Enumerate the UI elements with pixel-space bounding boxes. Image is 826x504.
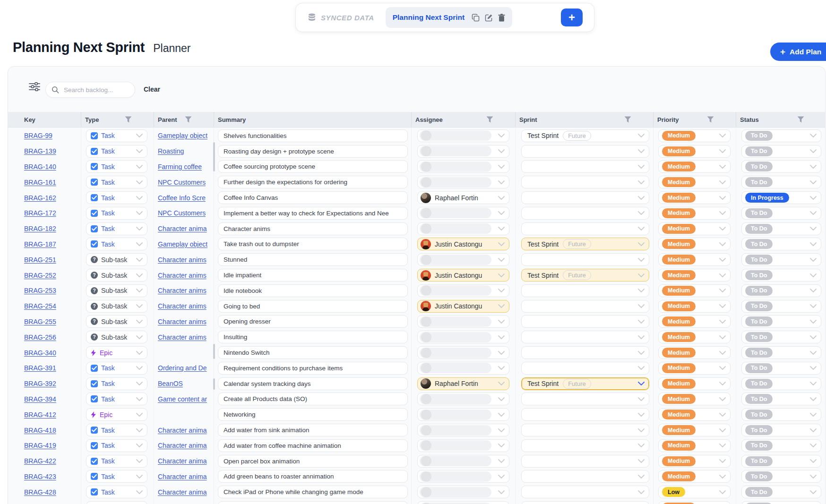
summary-input[interactable]	[218, 501, 408, 504]
search-box[interactable]	[45, 82, 135, 98]
summary-input[interactable]: Idle notebook	[218, 284, 408, 297]
assignee-select[interactable]	[417, 176, 509, 188]
summary-input[interactable]: Coffee Info Canvas	[218, 191, 408, 204]
summary-input[interactable]: Shelves functionalities	[218, 129, 408, 142]
sprint-select[interactable]	[521, 346, 649, 359]
sprint-select[interactable]: Test SprintFuture	[521, 129, 649, 142]
issue-key-link[interactable]: BRAG-423	[24, 473, 56, 480]
parent-link[interactable]: Character anims	[158, 256, 206, 264]
priority-select[interactable]: Medium	[658, 439, 731, 452]
type-select[interactable]: ?Sub-task	[86, 315, 147, 328]
issue-key-link[interactable]: BRAG-140	[24, 163, 56, 171]
status-select[interactable]: To Do	[741, 439, 821, 452]
summary-input[interactable]: Check iPad or Phone while changing game …	[218, 486, 408, 498]
summary-input[interactable]: Create all Products data (SO)	[218, 393, 408, 405]
parent-link[interactable]: Character anims	[158, 318, 206, 325]
parent-link[interactable]: NPC Customers	[158, 179, 206, 186]
status-select[interactable]: To Do	[741, 222, 821, 235]
parent-link[interactable]: BeanOS	[158, 380, 183, 387]
assignee-select[interactable]	[417, 486, 509, 498]
parent-link[interactable]: Gameplay object	[158, 132, 207, 139]
priority-select[interactable]: Medium	[658, 424, 731, 436]
sprint-select[interactable]	[521, 284, 649, 297]
issue-key-link[interactable]: BRAG-412	[24, 411, 56, 419]
type-select[interactable]: Epic	[86, 408, 147, 421]
type-select[interactable]: ?Sub-task	[86, 331, 147, 343]
priority-select[interactable]: Medium	[658, 222, 731, 235]
issue-key-link[interactable]: BRAG-161	[24, 179, 56, 186]
type-select[interactable]: Epic	[86, 346, 147, 359]
issue-key-link[interactable]: BRAG-340	[24, 349, 56, 357]
status-select[interactable]: In Progress	[741, 191, 821, 204]
parent-link[interactable]: Game content ar	[158, 395, 207, 403]
type-select[interactable]: Task	[86, 160, 147, 173]
status-select[interactable]: To Do	[741, 455, 821, 468]
issue-key-link[interactable]: BRAG-251	[24, 256, 56, 264]
status-select[interactable]: To Do	[741, 253, 821, 266]
type-select[interactable]: Task	[86, 207, 147, 220]
assignee-select[interactable]: Raphael Fortin	[417, 377, 509, 390]
parent-link[interactable]: Character anims	[158, 287, 206, 294]
priority-select[interactable]: Medium	[658, 269, 731, 282]
sprint-select[interactable]	[521, 222, 649, 235]
assignee-select[interactable]	[417, 129, 509, 142]
status-select[interactable]: To Do	[741, 207, 821, 220]
assignee-select[interactable]	[417, 315, 509, 328]
summary-input[interactable]: Further design the expectations for orde…	[218, 176, 408, 188]
issue-key-link[interactable]: BRAG-394	[24, 395, 56, 403]
filter-icon[interactable]	[125, 116, 132, 123]
issue-key-link[interactable]: BRAG-182	[24, 225, 56, 232]
summary-input[interactable]: Insulting	[218, 331, 408, 343]
issue-key-link[interactable]: BRAG-253	[24, 287, 56, 294]
type-select[interactable]: Task	[86, 176, 147, 188]
sprint-select[interactable]	[521, 331, 649, 343]
priority-select[interactable]: Medium	[658, 129, 731, 142]
summary-input[interactable]: Add water from sink animation	[218, 424, 408, 436]
assignee-select[interactable]	[417, 362, 509, 375]
status-select[interactable]: To Do	[741, 331, 821, 343]
summary-input[interactable]: Requirement conditions to purchase items	[218, 362, 408, 375]
assignee-select[interactable]	[417, 439, 509, 452]
issue-key-link[interactable]: BRAG-422	[24, 457, 56, 465]
parent-link[interactable]: Roasting	[158, 147, 184, 155]
issue-key-link[interactable]: BRAG-162	[24, 194, 56, 202]
issue-key-link[interactable]: BRAG-419	[24, 442, 56, 449]
sprint-select[interactable]	[521, 486, 649, 498]
priority-select[interactable]: Medium	[658, 346, 731, 359]
sprint-select[interactable]	[521, 439, 649, 452]
scrollbar-segment[interactable]	[213, 344, 215, 359]
issue-key-link[interactable]: BRAG-418	[24, 427, 56, 434]
sprint-select[interactable]	[521, 501, 649, 504]
parent-link[interactable]: Character anims	[158, 272, 206, 279]
priority-select[interactable]: Medium	[658, 238, 731, 250]
parent-link[interactable]: Character anima	[158, 225, 207, 232]
type-select[interactable]: ?Sub-task	[86, 253, 147, 266]
status-select[interactable]: To Do	[741, 346, 821, 359]
issue-key-link[interactable]: BRAG-256	[24, 333, 56, 341]
type-select[interactable]: Task	[86, 501, 147, 504]
status-select[interactable]: To Do	[741, 501, 821, 504]
assignee-select[interactable]	[417, 284, 509, 297]
summary-input[interactable]: Coffee sourcing prototype scene	[218, 160, 408, 173]
summary-input[interactable]: Going to bed	[218, 300, 408, 313]
assignee-select[interactable]	[417, 222, 509, 235]
priority-select[interactable]: Medium	[658, 393, 731, 405]
edit-icon[interactable]	[485, 14, 493, 22]
type-select[interactable]: Task	[86, 362, 147, 375]
assignee-select[interactable]	[417, 424, 509, 436]
sprint-select[interactable]	[521, 315, 649, 328]
filter-icon[interactable]	[486, 116, 493, 123]
sprint-select[interactable]	[521, 424, 649, 436]
assignee-select[interactable]: Justin Castongu	[417, 300, 509, 313]
assignee-select[interactable]	[417, 207, 509, 220]
issue-key-link[interactable]: BRAG-428	[24, 488, 56, 496]
parent-link[interactable]: Character anima	[158, 427, 207, 434]
type-select[interactable]: Task	[86, 222, 147, 235]
summary-input[interactable]: Stunned	[218, 253, 408, 266]
parent-link[interactable]: Coffee Info Scre	[158, 194, 206, 202]
parent-link[interactable]: Character anims	[158, 302, 206, 310]
summary-input[interactable]: Calendar system tracking days	[218, 377, 408, 390]
status-select[interactable]: To Do	[741, 160, 821, 173]
issue-key-link[interactable]: BRAG-187	[24, 240, 56, 248]
type-select[interactable]: Task	[86, 129, 147, 142]
